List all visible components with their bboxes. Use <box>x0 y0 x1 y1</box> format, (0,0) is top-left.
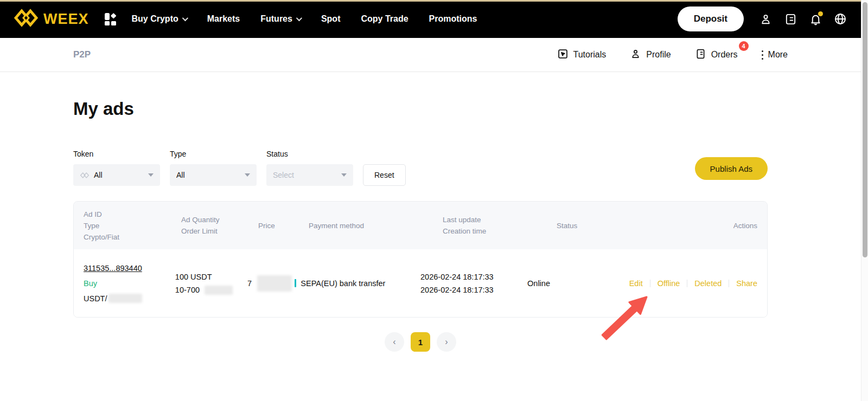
type-filter: Type All <box>170 150 257 186</box>
cell-ad-id: 311535...893440 Buy USDT/ <box>84 262 175 305</box>
ad-id-link[interactable]: 311535...893440 <box>84 262 142 275</box>
payment-method-bar <box>295 279 296 287</box>
tutorials-icon <box>557 48 569 62</box>
table-row: 311535...893440 Buy USDT/ 100 USDT 10-70… <box>74 249 767 317</box>
tutorials-link[interactable]: Tutorials <box>557 48 607 62</box>
menu-futures[interactable]: Futures <box>260 14 301 24</box>
menu-buy-crypto[interactable]: Buy Crypto <box>132 14 187 24</box>
caret-down-icon <box>148 173 154 177</box>
breadcrumb-p2p[interactable]: P2P <box>73 49 91 60</box>
header-last-update: Last update Creation time <box>443 214 557 237</box>
weex-logo[interactable]: WEEX <box>14 9 89 29</box>
redacted-fiat <box>108 294 142 303</box>
last-update-time: 2026-02-24 18:17:33 <box>420 270 527 283</box>
main-content: My ads Token All <box>0 72 861 352</box>
header-payment-method: Payment method <box>309 220 443 231</box>
table-header-row: Ad ID Type Crypto/Fiat Ad Quantity Order… <box>74 202 767 249</box>
caret-down-icon <box>341 173 347 177</box>
redacted-limit-currency <box>205 286 233 295</box>
cell-status: Online <box>527 277 629 290</box>
vertical-scrollbar[interactable] <box>861 0 868 401</box>
orders-icon <box>695 48 706 62</box>
orders-link[interactable]: Orders 4 <box>695 48 738 62</box>
p2p-my-ads-page: WEEX Buy Crypto Markets Futures Spot Cop… <box>0 0 868 401</box>
status-select[interactable]: Select <box>266 164 353 186</box>
creation-time: 2026-02-24 18:17:33 <box>420 283 527 296</box>
status-filter-label: Status <box>266 150 353 158</box>
profile-icon <box>630 48 641 62</box>
deleted-action[interactable]: Deleted <box>687 277 729 290</box>
cell-quantity: 100 USDT 10-700 <box>175 270 247 296</box>
order-limit: 10-700 <box>175 283 247 296</box>
token-select[interactable]: All <box>73 164 160 186</box>
more-link[interactable]: More <box>762 50 788 60</box>
notifications-bell-icon[interactable] <box>809 12 822 25</box>
current-page-button[interactable]: 1 <box>411 332 430 352</box>
topnav-right-group: Deposit <box>678 7 847 31</box>
header-actions: Actions <box>665 220 757 231</box>
status-filter: Status Select <box>266 150 353 186</box>
cell-times: 2026-02-24 18:17:33 2026-02-24 18:17:33 <box>420 270 527 296</box>
header-ad-id: Ad ID Type Crypto/Fiat <box>84 209 181 243</box>
type-select[interactable]: All <box>170 164 257 186</box>
weex-wordmark: WEEX <box>43 11 89 28</box>
menu-promotions[interactable]: Promotions <box>429 14 477 24</box>
filters-row: Token All Type <box>73 150 768 186</box>
apps-grid-icon[interactable] <box>104 13 117 25</box>
cell-payment-method: SEPA(EU) bank transfer <box>295 277 420 290</box>
crypto-fiat-pair: USDT/ <box>84 292 175 305</box>
redacted-price <box>257 275 292 292</box>
more-dots-icon <box>762 50 763 60</box>
coin-gem-icon <box>80 172 90 179</box>
type-select-value: All <box>176 171 185 179</box>
top-navbar: WEEX Buy Crypto Markets Futures Spot Cop… <box>0 0 861 38</box>
share-action[interactable]: Share <box>729 277 757 290</box>
token-filter-label: Token <box>73 150 160 158</box>
next-page-button[interactable]: › <box>437 332 456 352</box>
edit-action[interactable]: Edit <box>629 277 650 290</box>
p2p-subnav: P2P Tutorials Profile <box>0 38 861 72</box>
status-select-placeholder: Select <box>273 171 294 179</box>
token-filter: Token All <box>73 150 160 186</box>
header-price: Price <box>258 220 309 231</box>
type-filter-label: Type <box>170 150 257 158</box>
scrollbar-thumb[interactable] <box>863 2 867 257</box>
token-select-value: All <box>94 171 103 179</box>
menu-copy-trade[interactable]: Copy Trade <box>361 14 408 24</box>
weex-gem-icon <box>14 9 38 29</box>
subnav-links: Tutorials Profile <box>557 48 788 62</box>
page-title: My ads <box>73 99 768 119</box>
language-globe-icon[interactable] <box>834 12 847 25</box>
reset-button[interactable]: Reset <box>363 164 406 186</box>
pagination: ‹ 1 › <box>73 332 768 352</box>
cell-price: 7 <box>247 275 295 292</box>
ads-table: Ad ID Type Crypto/Fiat Ad Quantity Order… <box>73 201 768 318</box>
chevron-down-icon <box>182 15 188 21</box>
deposit-button[interactable]: Deposit <box>678 7 744 31</box>
cell-actions: Edit Offline Deleted Share <box>629 277 757 290</box>
main-menu: Buy Crypto Markets Futures Spot Copy Tra… <box>132 14 477 24</box>
support-chat-icon[interactable] <box>784 12 797 25</box>
offline-action[interactable]: Offline <box>650 277 687 290</box>
profile-icon[interactable] <box>759 12 772 25</box>
ad-type-buy: Buy <box>84 277 175 290</box>
caret-down-icon <box>245 173 250 177</box>
window-top-edge <box>0 0 868 2</box>
header-ad-quantity: Ad Quantity Order Limit <box>181 214 258 237</box>
notification-dot <box>818 11 823 16</box>
prev-page-button[interactable]: ‹ <box>385 332 404 352</box>
header-status: Status <box>557 220 665 231</box>
ad-quantity: 100 USDT <box>175 270 247 283</box>
menu-markets[interactable]: Markets <box>207 14 240 24</box>
chevron-down-icon <box>296 15 302 21</box>
profile-link[interactable]: Profile <box>630 48 671 62</box>
publish-ads-button[interactable]: Publish Ads <box>695 157 768 180</box>
orders-count-badge: 4 <box>739 41 749 51</box>
menu-spot[interactable]: Spot <box>321 14 341 24</box>
